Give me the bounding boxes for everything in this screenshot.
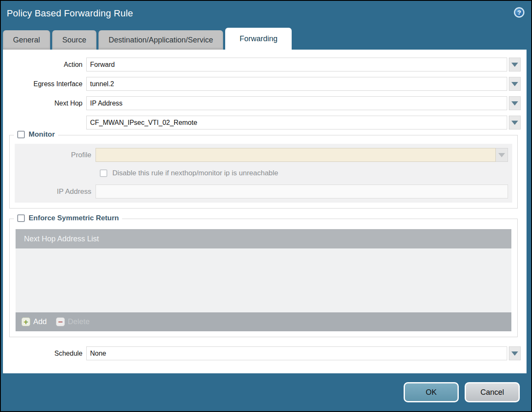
schedule-value: None — [90, 350, 106, 357]
disable-rule-label: Disable this rule if nexthop/monitor ip … — [112, 169, 278, 177]
monitor-checkbox[interactable] — [17, 131, 25, 138]
help-icon[interactable]: ? — [514, 7, 524, 18]
profile-select — [96, 148, 496, 162]
next-hop-address-select[interactable]: CF_MWAN_IPsec_VTI_02_Remote — [86, 116, 507, 129]
next-hop-type-value: IP Address — [90, 100, 122, 107]
cancel-button[interactable]: Cancel — [465, 382, 520, 402]
next-hop-label: Next Hop — [3, 100, 86, 107]
chevron-down-icon — [511, 101, 518, 106]
minus-icon: − — [56, 317, 65, 326]
enforce-symmetric-return-title: Enforce Symmetric Return — [29, 214, 119, 222]
profile-label: Profile — [19, 151, 96, 159]
dialog-title: Policy Based Forwarding Rule — [7, 8, 133, 19]
disable-rule-checkbox — [100, 169, 107, 177]
disable-rule-row: Disable this rule if nexthop/monitor ip … — [100, 168, 508, 179]
profile-dropdown-button — [496, 148, 508, 162]
delete-button-label: Delete — [68, 317, 90, 326]
next-hop-address-value: CF_MWAN_IPsec_VTI_02_Remote — [90, 119, 197, 127]
policy-based-forwarding-rule-dialog: Policy Based Forwarding Rule ? General S… — [0, 0, 532, 412]
dialog-titlebar: Policy Based Forwarding Rule ? — [1, 1, 531, 26]
chevron-down-icon — [511, 82, 518, 86]
chevron-down-icon — [511, 351, 518, 356]
add-button[interactable]: + Add — [21, 317, 47, 326]
egress-interface-dropdown-button[interactable] — [509, 77, 521, 91]
enforce-symmetric-return-checkbox[interactable] — [17, 214, 25, 222]
delete-button: − Delete — [56, 317, 90, 326]
plus-icon: + — [21, 317, 30, 326]
tab-forwarding[interactable]: Forwarding — [225, 28, 292, 50]
help-glyph: ? — [517, 9, 521, 16]
next-hop-address-row: CF_MWAN_IPsec_VTI_02_Remote — [3, 116, 521, 129]
add-button-label: Add — [33, 317, 47, 326]
next-hop-address-list-toolbar: + Add − Delete — [16, 312, 511, 331]
next-hop-type-select[interactable]: IP Address — [86, 96, 507, 110]
schedule-label: Schedule — [3, 350, 86, 357]
monitor-ip-address-label: IP Address — [19, 188, 96, 196]
schedule-row: Schedule None — [3, 346, 521, 360]
profile-row: Profile — [19, 148, 508, 162]
tab-destination-application-service[interactable]: Destination/Application/Service — [98, 30, 223, 50]
monitor-ip-address-row: IP Address — [19, 185, 508, 198]
egress-interface-row: Egress Interface tunnel.2 — [3, 77, 521, 91]
chevron-down-icon — [511, 63, 518, 67]
monitor-panel: Profile Disable this rule if nexthop/mon… — [15, 144, 512, 203]
tab-general[interactable]: General — [3, 30, 50, 50]
next-hop-address-list-header: Next Hop Address List — [16, 229, 511, 248]
schedule-dropdown-button[interactable] — [509, 346, 521, 360]
enforce-symmetric-return-section: Enforce Symmetric Return Next Hop Addres… — [9, 219, 518, 337]
action-row: Action Forward — [3, 58, 521, 71]
monitor-ip-address-input — [96, 185, 508, 198]
profile-combo — [96, 148, 508, 162]
monitor-legend: Monitor — [14, 130, 58, 139]
chevron-down-icon — [511, 121, 518, 125]
next-hop-address-list-header-label: Next Hop Address List — [24, 235, 99, 243]
egress-interface-label: Egress Interface — [3, 80, 86, 88]
content-wrap: Action Forward Egress Interface tunnel.2 — [1, 50, 531, 373]
action-dropdown-button[interactable] — [509, 58, 521, 71]
tab-source[interactable]: Source — [52, 30, 96, 50]
action-label: Action — [3, 61, 86, 69]
dialog-footer: OK Cancel — [1, 373, 531, 411]
next-hop-address-list-table: Next Hop Address List + Add − Delete — [16, 229, 511, 331]
action-select[interactable]: Forward — [86, 58, 507, 71]
action-value: Forward — [90, 61, 115, 69]
ok-button[interactable]: OK — [404, 382, 459, 402]
monitor-section: Monitor Profile Disable — [9, 135, 518, 209]
next-hop-address-list-body[interactable] — [16, 248, 511, 312]
egress-interface-value: tunnel.2 — [90, 80, 114, 88]
schedule-select[interactable]: None — [86, 346, 507, 360]
monitor-title: Monitor — [29, 130, 55, 139]
next-hop-row: Next Hop IP Address — [3, 96, 521, 110]
chevron-down-icon — [498, 153, 505, 157]
next-hop-dropdown-button[interactable] — [509, 96, 521, 110]
forwarding-tab-panel: Action Forward Egress Interface tunnel.2 — [3, 50, 527, 373]
enforce-symmetric-return-legend: Enforce Symmetric Return — [14, 214, 122, 222]
tab-strip: General Source Destination/Application/S… — [1, 26, 531, 50]
egress-interface-select[interactable]: tunnel.2 — [86, 77, 507, 91]
next-hop-address-dropdown-button[interactable] — [509, 116, 521, 129]
